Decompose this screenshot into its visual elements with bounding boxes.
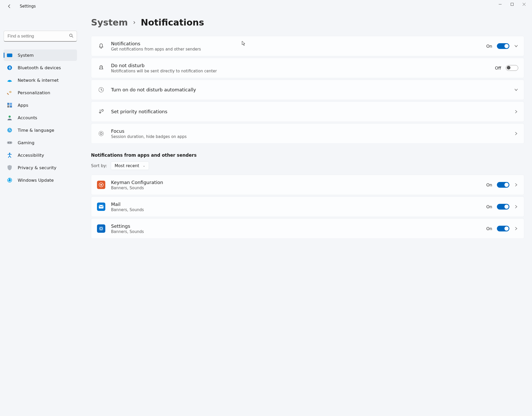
- nav-item-apps[interactable]: Apps: [4, 99, 77, 111]
- card-subtitle: Get notifications from apps and other se…: [111, 47, 486, 52]
- breadcrumb-root[interactable]: System: [91, 17, 128, 28]
- nav-item-label: Network & internet: [18, 78, 59, 83]
- svg-point-23: [100, 133, 102, 135]
- app-name: Mail: [111, 201, 486, 207]
- close-button[interactable]: [518, 0, 530, 8]
- do-not-disturb-icon: zZ: [97, 64, 105, 72]
- chevron-down-icon: ⌄: [143, 164, 145, 167]
- keyman-app-icon: [97, 181, 105, 189]
- nav-list: SystemBluetooth & devicesNetwork & inter…: [4, 49, 77, 186]
- network-icon: [6, 77, 13, 83]
- app-name: Keyman Configuration: [111, 180, 486, 185]
- chevron-right-icon: ›: [133, 19, 136, 26]
- nav-item-bluetooth[interactable]: Bluetooth & devices: [4, 62, 77, 73]
- minimize-button[interactable]: [494, 0, 506, 8]
- content-pane: System › Notifications Notifications Get…: [81, 12, 532, 416]
- svg-rect-9: [10, 103, 12, 105]
- nav-item-label: Accessibility: [18, 153, 44, 158]
- app-row-keyman[interactable]: Keyman ConfigurationBanners, SoundsOn: [91, 175, 524, 195]
- window-controls: [494, 0, 530, 12]
- bell-icon: [97, 42, 105, 50]
- nav-item-update[interactable]: Windows Update: [4, 174, 77, 186]
- svg-rect-1: [511, 3, 513, 5]
- chevron-down-icon[interactable]: [514, 44, 518, 48]
- svg-point-25: [100, 184, 102, 186]
- app-row-mail[interactable]: MailBanners, SoundsOn: [91, 197, 524, 217]
- minimize-icon: [499, 3, 502, 6]
- svg-point-22: [99, 131, 103, 136]
- maximize-button[interactable]: [506, 0, 518, 8]
- app-toggle-mail[interactable]: [497, 204, 509, 210]
- titlebar: Settings: [0, 0, 532, 12]
- back-button[interactable]: [5, 2, 14, 10]
- card-priority-notifications[interactable]: Set priority notifications: [91, 102, 524, 122]
- nav-item-network[interactable]: Network & internet: [4, 74, 77, 86]
- nav-item-time[interactable]: Time & language: [4, 124, 77, 136]
- nav-item-accessibility[interactable]: Accessibility: [4, 149, 77, 161]
- privacy-icon: [6, 165, 13, 171]
- notifications-toggle[interactable]: [497, 43, 509, 49]
- svg-point-21: [102, 110, 103, 111]
- nav-item-label: Bluetooth & devices: [18, 65, 61, 70]
- svg-point-15: [8, 142, 9, 143]
- priority-icon: [97, 108, 105, 116]
- card-subtitle: Session duration, hide badges on apps: [111, 134, 514, 139]
- app-sub: Banners, Sounds: [111, 207, 486, 212]
- nav-item-personalization[interactable]: Personalization: [4, 87, 77, 98]
- nav-item-gaming[interactable]: Gaming: [4, 137, 77, 148]
- card-notifications[interactable]: Notifications Get notifications from app…: [91, 36, 524, 56]
- bluetooth-icon: [6, 65, 13, 71]
- breadcrumb-leaf: Notifications: [141, 17, 204, 28]
- system-icon: [6, 52, 13, 58]
- nav-item-privacy[interactable]: Privacy & security: [4, 162, 77, 173]
- card-auto-dnd[interactable]: Turn on do not disturb automatically: [91, 80, 524, 100]
- nav-item-label: Time & language: [18, 128, 54, 133]
- toggle-label: On: [486, 44, 492, 49]
- svg-rect-14: [7, 141, 12, 144]
- sort-by-value: Most recent: [115, 163, 139, 168]
- svg-point-16: [10, 142, 11, 143]
- chevron-right-icon[interactable]: [514, 110, 518, 114]
- card-focus[interactable]: Focus Session duration, hide badges on a…: [91, 123, 524, 144]
- search-icon: [69, 34, 73, 39]
- chevron-right-icon[interactable]: [514, 205, 518, 209]
- nav-item-accounts[interactable]: Accounts: [4, 112, 77, 123]
- card-title: Set priority notifications: [111, 109, 514, 114]
- svg-point-12: [9, 116, 11, 118]
- nav-item-label: Accounts: [18, 115, 37, 120]
- app-toggle-settings[interactable]: [497, 226, 509, 231]
- gaming-icon: [6, 140, 13, 146]
- accessibility-icon: [6, 152, 13, 158]
- card-title: Focus: [111, 128, 514, 134]
- svg-text:zZ: zZ: [100, 66, 103, 68]
- svg-rect-11: [10, 105, 12, 108]
- apps-section-header: Notifications from apps and other sender…: [91, 153, 524, 158]
- chevron-right-icon[interactable]: [514, 227, 518, 230]
- nav-item-system[interactable]: System: [4, 49, 77, 61]
- clock-icon: [97, 86, 105, 94]
- card-subtitle: Notifications will be sent directly to n…: [111, 69, 495, 73]
- settings-app-icon: [97, 224, 105, 233]
- card-title: Do not disturb: [111, 63, 495, 68]
- svg-rect-10: [7, 105, 9, 108]
- accounts-icon: [6, 115, 13, 121]
- svg-point-17: [9, 153, 10, 154]
- chevron-right-icon[interactable]: [514, 132, 518, 135]
- focus-icon: [97, 129, 105, 138]
- search-input[interactable]: [4, 31, 77, 42]
- search-box: [4, 31, 77, 42]
- update-icon: [6, 177, 13, 183]
- apps-icon: [6, 102, 13, 108]
- nav-item-label: Gaming: [18, 140, 35, 145]
- sort-by-select[interactable]: Most recent ⌄: [111, 161, 149, 170]
- app-toggle-keyman[interactable]: [497, 182, 509, 188]
- chevron-down-icon[interactable]: [514, 88, 518, 92]
- card-do-not-disturb[interactable]: zZ Do not disturb Notifications will be …: [91, 58, 524, 78]
- nav-item-label: Windows Update: [18, 178, 54, 183]
- arrow-left-icon: [7, 4, 11, 8]
- chevron-right-icon[interactable]: [514, 183, 518, 187]
- toggle-label: On: [486, 182, 492, 187]
- sort-by-row: Sort by: Most recent ⌄: [91, 161, 524, 170]
- dnd-toggle[interactable]: [506, 65, 518, 71]
- app-row-settings[interactable]: SettingsBanners, SoundsOn: [91, 218, 524, 239]
